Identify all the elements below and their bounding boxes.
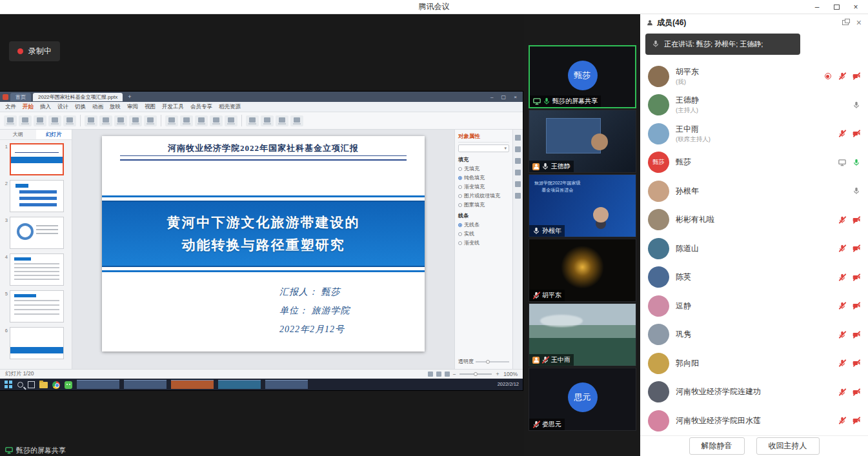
props-option[interactable]: 实线 xyxy=(458,230,509,237)
explorer-icon[interactable] xyxy=(39,382,48,388)
member-row[interactable]: 彬彬有礼啦 xyxy=(640,206,868,235)
taskbar-window-button[interactable] xyxy=(171,380,214,389)
toolbar-icon[interactable] xyxy=(34,115,46,126)
mic-green-icon[interactable] xyxy=(852,158,860,166)
unmute-button[interactable]: 解除静音 xyxy=(689,437,745,455)
member-row[interactable]: 巩隽 xyxy=(640,321,868,350)
normal-view-icon[interactable] xyxy=(428,372,433,377)
cam-off-icon[interactable] xyxy=(852,302,860,310)
member-row[interactable]: 陈英 xyxy=(640,263,868,292)
member-row[interactable]: 王中雨(联席主持人) xyxy=(640,119,868,148)
ppt-menu-item[interactable]: 文件 xyxy=(5,103,16,111)
record-icon[interactable] xyxy=(823,72,832,81)
cam-off-icon[interactable] xyxy=(852,72,860,81)
close-panel-icon[interactable]: × xyxy=(856,18,862,27)
video-tile-王德静[interactable]: 王德静 xyxy=(529,110,636,173)
cam-off-icon[interactable] xyxy=(852,330,860,339)
mic-on-icon[interactable] xyxy=(852,187,860,195)
video-tile-王中雨[interactable]: 王中雨 xyxy=(529,303,636,366)
mic-off-icon[interactable] xyxy=(838,302,846,310)
props-option[interactable]: 无填充 xyxy=(458,165,509,172)
side-panel-icon[interactable] xyxy=(515,146,521,152)
video-tile-娄思元[interactable]: 思元娄思元 xyxy=(529,368,636,431)
toolbar-icon[interactable] xyxy=(210,115,223,126)
toolbar-icon[interactable] xyxy=(85,115,97,126)
cam-off-icon[interactable] xyxy=(852,273,860,281)
taskbar-window-button[interactable] xyxy=(77,380,119,389)
chrome-icon[interactable] xyxy=(52,381,60,389)
mic-off-icon[interactable] xyxy=(838,330,846,339)
minimize-button[interactable]: – xyxy=(807,0,827,14)
ppt-menu-item[interactable]: 切换 xyxy=(75,103,86,111)
zoom-in-button[interactable]: ＋ xyxy=(495,370,501,378)
member-row[interactable]: 逗静 xyxy=(640,292,868,321)
ppt-menu-item[interactable]: 审阅 xyxy=(127,103,138,111)
member-row[interactable]: 河南牧业经济学院连建功 xyxy=(640,378,868,407)
slide-thumbnail-3[interactable]: 3 xyxy=(0,213,72,250)
member-row[interactable]: 王德静(主持人) xyxy=(640,91,868,120)
toolbar-icon[interactable] xyxy=(180,115,193,126)
ppt-menu-item[interactable]: 插入 xyxy=(40,103,51,111)
share-icon[interactable] xyxy=(838,158,846,166)
popout-panel-icon[interactable] xyxy=(842,20,849,25)
cam-off-icon[interactable] xyxy=(852,244,860,253)
ppt-menu-item[interactable]: 稻壳资源 xyxy=(219,103,241,111)
ppt-menu-item[interactable]: 视图 xyxy=(145,103,156,111)
mic-off-icon[interactable] xyxy=(838,273,846,281)
ppt-menu-item[interactable]: 开始 xyxy=(23,103,34,111)
member-row[interactable]: 郭向阳 xyxy=(640,349,868,378)
ppt-menu-item[interactable]: 动画 xyxy=(92,103,103,111)
slide-thumbnail-6[interactable]: 6 xyxy=(0,324,72,361)
toolbar-icon[interactable] xyxy=(4,115,17,126)
search-icon[interactable] xyxy=(17,382,23,388)
props-option[interactable]: 纯色填充 xyxy=(458,174,509,181)
mic-off-icon[interactable] xyxy=(838,72,846,81)
toolbar-icon[interactable] xyxy=(261,115,274,126)
wps-window-controls[interactable]: – ▢ × xyxy=(490,94,520,100)
cam-off-icon[interactable] xyxy=(852,130,860,138)
ppt-menu-item[interactable]: 开发工具 xyxy=(162,103,184,111)
props-option[interactable]: 图案填充 xyxy=(458,201,509,208)
slide-thumbnail-5[interactable]: 5 xyxy=(0,287,72,324)
side-panel-icon[interactable] xyxy=(515,181,521,187)
toolbar-icon[interactable] xyxy=(19,115,32,126)
video-tile-甄莎[interactable]: 甄莎甄莎的屏幕共享 xyxy=(529,45,636,108)
toolbar-icon[interactable] xyxy=(165,115,178,126)
cam-off-icon[interactable] xyxy=(852,215,860,224)
start-icon[interactable] xyxy=(4,380,13,389)
taskview-icon[interactable] xyxy=(28,381,35,388)
wechat-icon[interactable] xyxy=(65,381,72,389)
ppt-menu-item[interactable]: 放映 xyxy=(110,103,121,111)
props-option[interactable]: 无线条 xyxy=(458,221,509,228)
sorter-view-icon[interactable] xyxy=(436,372,441,377)
slide-thumbnail-1[interactable]: 1 xyxy=(0,140,72,177)
slideshow-view-icon[interactable] xyxy=(445,372,450,377)
props-option[interactable]: 图片或纹理填充 xyxy=(458,192,509,199)
slider-knob[interactable] xyxy=(486,360,490,364)
side-panel-icon[interactable] xyxy=(515,135,521,141)
ppt-menu-item[interactable]: 会员专享 xyxy=(190,103,212,111)
mic-off-icon[interactable] xyxy=(838,359,846,368)
zoom-slider[interactable] xyxy=(459,373,492,375)
props-option[interactable]: 渐变填充 xyxy=(458,183,509,190)
zoom-knob[interactable] xyxy=(474,372,478,376)
video-tile-胡平东[interactable]: 胡平东 xyxy=(529,239,636,302)
toolbar-icon[interactable] xyxy=(99,115,112,126)
toolbar-icon[interactable] xyxy=(246,115,259,126)
cam-off-icon[interactable] xyxy=(852,359,860,368)
mic-on-icon[interactable] xyxy=(852,101,860,109)
wps-home-tab[interactable]: 首页 xyxy=(10,93,31,101)
member-row[interactable]: 胡平东(我) xyxy=(640,62,868,91)
props-dropdown[interactable]: ▾ xyxy=(458,144,509,152)
mic-off-icon[interactable] xyxy=(838,244,846,253)
toolbar-icon[interactable] xyxy=(195,115,208,126)
mic-off-icon[interactable] xyxy=(838,388,846,396)
close-button[interactable]: × xyxy=(846,0,865,14)
member-row[interactable]: 河南牧业经济学院田水莲 xyxy=(640,406,868,435)
toolbar-icon[interactable] xyxy=(290,115,303,126)
side-panel-icon[interactable] xyxy=(515,193,521,199)
member-row[interactable]: 孙根年 xyxy=(640,177,868,206)
toolbar-icon[interactable] xyxy=(48,115,61,126)
maximize-button[interactable] xyxy=(827,0,846,14)
toolbar-icon[interactable] xyxy=(276,115,288,126)
